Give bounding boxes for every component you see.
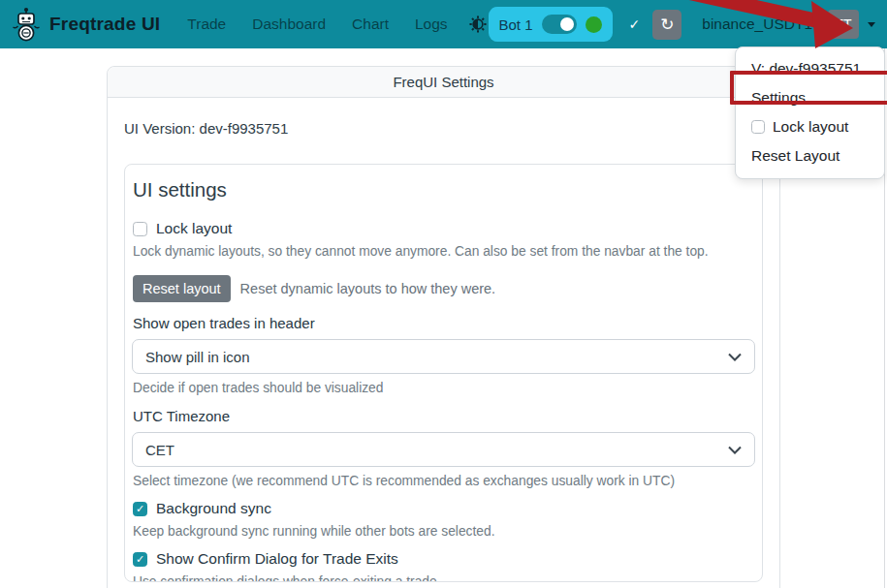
toggle-knob bbox=[560, 17, 574, 31]
lock-layout-checkbox[interactable] bbox=[133, 222, 147, 236]
freqtrade-ui-screen: Freqtrade UI Trade Dashboard Chart Logs bbox=[0, 0, 887, 588]
nav-link-dashboard[interactable]: Dashboard bbox=[252, 15, 326, 33]
background-sync-checkbox[interactable] bbox=[133, 502, 147, 516]
confirm-dialog-checkbox[interactable] bbox=[133, 552, 147, 567]
lock-layout-row: Lock layout bbox=[133, 220, 754, 237]
reload-button[interactable] bbox=[652, 10, 681, 40]
menu-item-reset-layout[interactable]: Reset Layout bbox=[736, 142, 884, 169]
ui-version-text: UI Version: dev-f9935751 bbox=[124, 120, 763, 137]
background-sync-label[interactable]: Background sync bbox=[156, 500, 271, 517]
settings-card: FreqUI Settings UI Version: dev-f9935751… bbox=[107, 66, 780, 588]
timezone-label: UTC Timezone bbox=[133, 408, 754, 424]
nav-link-trade[interactable]: Trade bbox=[187, 15, 226, 33]
confirm-dialog-row: Show Confirm Dialog for Trade Exits bbox=[133, 550, 754, 568]
bot-enable-toggle[interactable] bbox=[542, 15, 577, 34]
bot-selector-pill[interactable]: Bot 1 bbox=[489, 7, 613, 42]
brand[interactable]: Freqtrade UI bbox=[12, 7, 160, 42]
logged-in-account: binance_USDT1 bbox=[702, 15, 812, 33]
chevron-down-icon bbox=[728, 446, 742, 454]
lock-layout-label[interactable]: Lock layout bbox=[156, 220, 232, 237]
chevron-down-icon bbox=[728, 353, 742, 361]
confirm-dialog-label[interactable]: Show Confirm Dialog for Trade Exits bbox=[156, 550, 398, 568]
lock-layout-menu-checkbox[interactable] bbox=[751, 120, 765, 134]
lock-layout-help: Lock dynamic layouts, so they cannot mov… bbox=[133, 244, 754, 259]
brand-title: Freqtrade UI bbox=[49, 14, 160, 35]
reset-layout-button[interactable]: Reset layout bbox=[133, 275, 231, 302]
ui-settings-box: UI settings Lock layout Lock dynamic lay… bbox=[124, 164, 763, 582]
top-navbar: Freqtrade UI Trade Dashboard Chart Logs bbox=[0, 0, 887, 48]
timezone-help: Select timezone (we recommend UTC is rec… bbox=[133, 474, 754, 488]
theme-toggle-icon[interactable] bbox=[469, 15, 487, 33]
section-heading: UI settings bbox=[133, 178, 754, 201]
check-icon bbox=[629, 16, 641, 32]
timezone-select[interactable]: CET bbox=[132, 432, 755, 467]
reset-layout-row: Reset layout Reset dynamic layouts to ho… bbox=[133, 275, 754, 302]
user-dropdown-menu: V: dev-f9935751 Settings Lock layout Res… bbox=[735, 46, 885, 179]
annotation-highlight-rect bbox=[730, 71, 887, 105]
menu-item-lock-layout[interactable]: Lock layout bbox=[736, 113, 884, 139]
open-trades-selected-value: Show pill in icon bbox=[145, 349, 250, 365]
background-sync-help: Keep background sync running while other… bbox=[133, 524, 754, 539]
navbar-right-cluster: Bot 1 binance_USDT1 FT bbox=[489, 7, 876, 42]
freqtrade-robot-logo-icon bbox=[12, 7, 41, 42]
nav-link-logs[interactable]: Logs bbox=[415, 15, 448, 33]
timezone-selected-value: CET bbox=[145, 442, 174, 458]
open-trades-label: Show open trades in header bbox=[133, 315, 754, 331]
bot-online-status-dot bbox=[586, 16, 602, 33]
background-sync-row: Background sync bbox=[133, 500, 754, 517]
nav-links: Trade Dashboard Chart Logs bbox=[187, 15, 447, 33]
chevron-down-icon[interactable] bbox=[868, 22, 875, 27]
reset-layout-help: Reset dynamic layouts to how they were. bbox=[240, 281, 496, 296]
card-body: UI Version: dev-f9935751 UI settings Loc… bbox=[108, 98, 779, 582]
bot-name: Bot 1 bbox=[499, 16, 533, 33]
menu-item-lock-layout-label: Lock layout bbox=[773, 116, 848, 137]
user-menu-button[interactable]: FT bbox=[828, 10, 859, 39]
nav-link-chart[interactable]: Chart bbox=[352, 15, 389, 33]
open-trades-select[interactable]: Show pill in icon bbox=[132, 339, 755, 374]
open-trades-help: Decide if open trades should be visualiz… bbox=[133, 381, 754, 395]
confirm-dialog-help: Use confirmation dialogs when force-exit… bbox=[133, 574, 754, 582]
card-title: FreqUI Settings bbox=[108, 67, 779, 98]
